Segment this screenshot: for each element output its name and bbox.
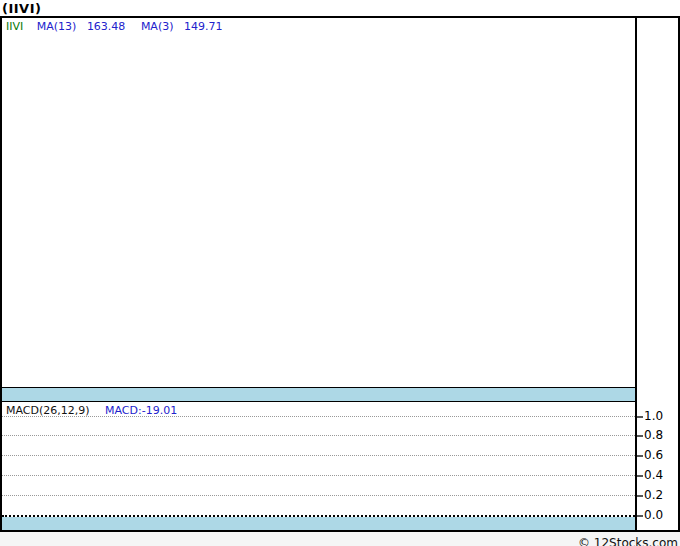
- ma3-value: 149.71: [184, 20, 223, 33]
- panel-separator-band: [2, 387, 635, 402]
- macd-gridline: [2, 416, 635, 417]
- bottom-band: [2, 517, 635, 530]
- axis-tick-label: 0.0: [644, 507, 678, 523]
- axis-tick-label: 0.4: [644, 467, 678, 483]
- ma13-label: MA(13): [37, 20, 77, 33]
- macd-gridline: [2, 495, 635, 496]
- macd-gridline: [2, 455, 635, 456]
- axis-tick-label: 0.8: [644, 427, 678, 443]
- price-panel-legend: IIVI MA(13) 163.48 MA(3) 149.71: [6, 20, 222, 33]
- footer-bar: © 12Stocks.com: [0, 532, 680, 546]
- macd-gridline: [2, 435, 635, 436]
- axis-divider-line: [635, 18, 637, 530]
- ticker-symbol-label: IIVI: [6, 20, 23, 33]
- axis-tick: [637, 435, 643, 437]
- ma13-value: 163.48: [87, 20, 126, 33]
- axis-tick: [637, 416, 643, 418]
- axis-tick-label: 0.6: [644, 447, 678, 463]
- axis-tick-label: 0.2: [644, 487, 678, 503]
- macd-gridline: [2, 475, 635, 476]
- axis-tick: [637, 455, 643, 457]
- ma3-label: MA(3): [141, 20, 174, 33]
- footer-credit: © 12Stocks.com: [578, 536, 680, 546]
- axis-tick: [637, 475, 643, 477]
- axis-tick: [637, 495, 643, 497]
- page-title: (IIVI): [2, 1, 41, 16]
- axis-tick-label: 1.0: [644, 408, 678, 424]
- stock-chart-page: (IIVI) IIVI MA(13) 163.48 MA(3) 149.71 M…: [0, 0, 680, 546]
- axis-tick: [637, 515, 643, 517]
